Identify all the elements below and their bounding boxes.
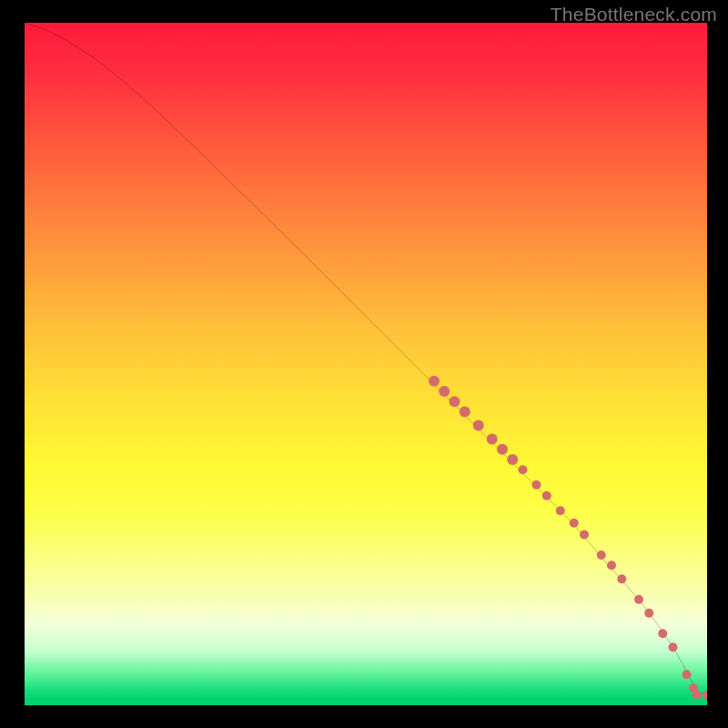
chart-marker bbox=[518, 465, 527, 474]
chart-marker bbox=[580, 530, 589, 539]
chart-marker bbox=[617, 574, 626, 583]
chart-marker bbox=[703, 691, 707, 700]
chart-frame: TheBottleneck.com bbox=[0, 0, 728, 728]
chart-marker bbox=[439, 386, 450, 397]
chart-curve bbox=[25, 23, 707, 696]
chart-marker bbox=[570, 519, 579, 528]
chart-marker bbox=[556, 506, 565, 515]
chart-marker bbox=[644, 609, 653, 618]
chart-marker bbox=[460, 407, 470, 418]
chart-marker bbox=[597, 551, 606, 560]
chart-marker bbox=[693, 691, 702, 700]
chart-marker bbox=[450, 396, 460, 407]
chart-marker bbox=[607, 561, 616, 570]
chart-marker bbox=[531, 480, 541, 490]
chart-svg-overlay bbox=[25, 23, 707, 705]
chart-marker bbox=[542, 491, 551, 500]
chart-marker bbox=[634, 595, 643, 604]
chart-marker bbox=[473, 420, 484, 431]
chart-marker bbox=[429, 376, 440, 387]
chart-marker bbox=[507, 454, 518, 465]
chart-plot-area bbox=[25, 23, 707, 705]
chart-marker bbox=[668, 642, 677, 652]
chart-marker bbox=[487, 434, 498, 445]
chart-marker bbox=[658, 629, 667, 638]
chart-marker-group bbox=[429, 376, 707, 700]
chart-marker bbox=[682, 670, 691, 679]
chart-marker bbox=[497, 444, 508, 455]
